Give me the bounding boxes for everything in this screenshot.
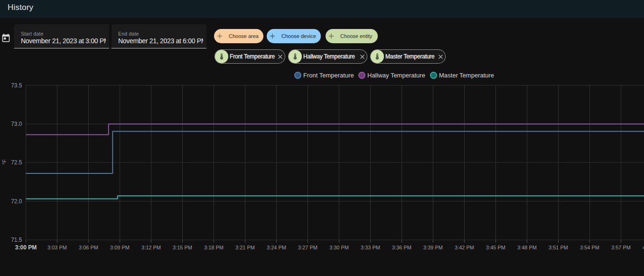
svg-text:3:39 PM: 3:39 PM — [423, 245, 443, 250]
svg-text:3:36 PM: 3:36 PM — [392, 245, 411, 250]
svg-text:3:24 PM: 3:24 PM — [267, 245, 286, 250]
svg-text:72.5: 72.5 — [11, 159, 22, 166]
svg-text:°F: °F — [1, 159, 7, 164]
svg-text:3:06 PM: 3:06 PM — [79, 245, 98, 250]
svg-text:3:27 PM: 3:27 PM — [298, 245, 317, 250]
svg-text:73.5: 73.5 — [11, 82, 22, 89]
svg-text:3:48 PM: 3:48 PM — [517, 245, 537, 250]
svg-text:3:00 PM: 3:00 PM — [15, 244, 37, 251]
svg-text:3:51 PM: 3:51 PM — [549, 245, 568, 250]
svg-text:71.5: 71.5 — [11, 237, 22, 243]
svg-text:3:30 PM: 3:30 PM — [329, 245, 349, 250]
svg-text:3:09 PM: 3:09 PM — [110, 245, 130, 250]
svg-text:3:54 PM: 3:54 PM — [580, 245, 599, 250]
svg-text:3:12 PM: 3:12 PM — [141, 245, 161, 250]
svg-text:3:33 PM: 3:33 PM — [361, 245, 380, 250]
svg-text:72.0: 72.0 — [11, 198, 22, 205]
svg-text:3:42 PM: 3:42 PM — [455, 245, 474, 250]
svg-text:3:57 PM: 3:57 PM — [611, 245, 631, 250]
svg-text:3:45 PM: 3:45 PM — [486, 245, 505, 250]
svg-text:73.0: 73.0 — [11, 121, 22, 127]
svg-text:3:21 PM: 3:21 PM — [235, 245, 255, 250]
svg-text:3:03 PM: 3:03 PM — [47, 245, 67, 250]
svg-text:3:18 PM: 3:18 PM — [204, 245, 224, 250]
svg-text:3:15 PM: 3:15 PM — [173, 245, 192, 250]
